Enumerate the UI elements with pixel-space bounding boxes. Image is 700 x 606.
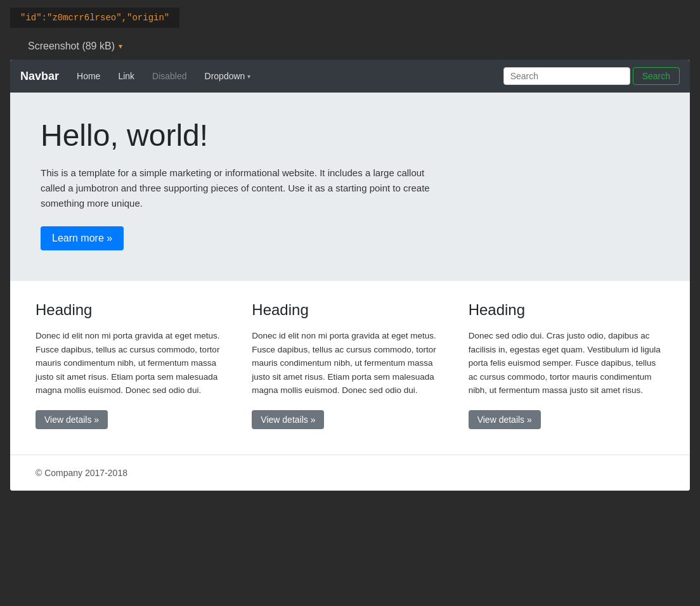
jumbotron: Hello, world! This is a template for a s… bbox=[10, 93, 690, 281]
card-3-heading: Heading bbox=[469, 301, 664, 319]
footer-text: © Company 2017-2018 bbox=[36, 468, 664, 478]
card-2-body: Donec id elit non mi porta gravida at eg… bbox=[252, 329, 448, 397]
navbar-search-form: Search bbox=[503, 67, 680, 85]
learn-more-button[interactable]: Learn more » bbox=[41, 226, 124, 250]
card-1: Heading Donec id elit non mi porta gravi… bbox=[36, 301, 231, 429]
card-1-heading: Heading bbox=[36, 301, 231, 319]
footer: © Company 2017-2018 bbox=[10, 454, 690, 491]
card-2: Heading Donec id elit non mi porta gravi… bbox=[252, 301, 448, 429]
card-3-body: Donec sed odio dui. Cras justo odio, dap… bbox=[469, 329, 664, 397]
screenshot-label: Screenshot (89 kB) bbox=[28, 41, 115, 52]
navbar: Navbar Home Link Disabled Dropdown ▾ Sea… bbox=[10, 60, 690, 93]
dropdown-label: Dropdown bbox=[205, 71, 245, 81]
card-1-body: Donec id elit non mi porta gravida at eg… bbox=[36, 329, 231, 397]
code-text: "id":"z0mcrr6lrseo","origin" bbox=[10, 8, 179, 28]
card-3: Heading Donec sed odio dui. Cras justo o… bbox=[469, 301, 664, 429]
search-button[interactable]: Search bbox=[633, 67, 680, 85]
card-2-heading: Heading bbox=[252, 301, 448, 319]
card-2-view-details-button[interactable]: View details » bbox=[252, 410, 324, 429]
jumbotron-body: This is a template for a simple marketin… bbox=[41, 165, 434, 211]
search-input[interactable] bbox=[503, 67, 630, 85]
chevron-down-icon: ▾ bbox=[119, 42, 122, 51]
cards-grid: Heading Donec id elit non mi porta gravi… bbox=[36, 301, 664, 429]
navbar-brand[interactable]: Navbar bbox=[20, 70, 59, 83]
screenshot-container: Navbar Home Link Disabled Dropdown ▾ Sea… bbox=[10, 60, 690, 491]
nav-link-link[interactable]: Link bbox=[110, 66, 142, 86]
code-bar: "id":"z0mcrr6lrseo","origin" bbox=[0, 0, 700, 35]
card-3-view-details-button[interactable]: View details » bbox=[469, 410, 541, 429]
navbar-nav: Home Link Disabled Dropdown ▾ bbox=[69, 66, 503, 86]
cards-section: Heading Donec id elit non mi porta gravi… bbox=[10, 281, 690, 454]
nav-link-disabled: Disabled bbox=[145, 66, 194, 86]
chevron-down-icon: ▾ bbox=[247, 73, 250, 80]
navbar-dropdown[interactable]: Dropdown ▾ bbox=[197, 66, 259, 86]
screenshot-label-row: Screenshot (89 kB) ▾ bbox=[0, 35, 700, 60]
jumbotron-heading: Hello, world! bbox=[41, 118, 659, 153]
card-1-view-details-button[interactable]: View details » bbox=[36, 410, 108, 429]
nav-link-home[interactable]: Home bbox=[69, 66, 108, 86]
